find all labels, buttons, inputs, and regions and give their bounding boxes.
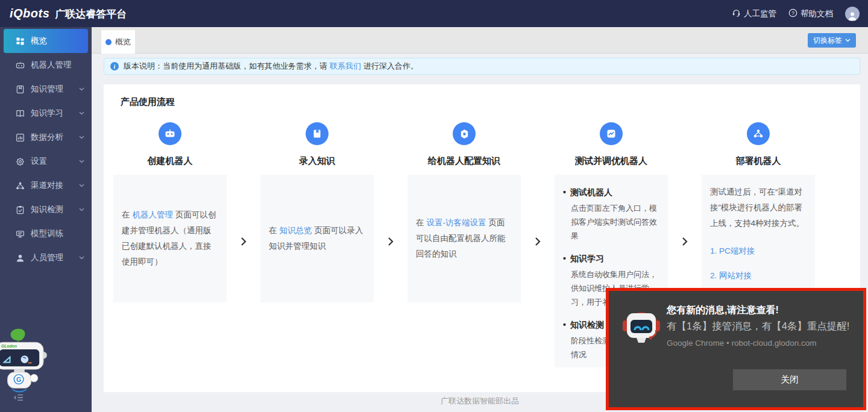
banner-text-before: 版本说明：当前使用为通用基础版，如有其他业务需求，请 [124,61,327,72]
section-title: 产品使用流程 [121,96,175,108]
svg-text:GLodon: GLodon [1,344,17,348]
notification-robot-icon [622,306,661,345]
book-circle-icon [306,122,329,145]
svg-text:?: ? [791,10,794,16]
logo-iqbots: iQbots [10,7,49,20]
sidebar-item-knowledge-check[interactable]: 知识检测 [0,198,92,222]
banner-text-after: 进行深入合作。 [363,61,418,72]
deploy-intro: 测试通过后，可在“渠道对接”模块进行机器人的部署上线，支持4种对接方式。 [710,184,807,231]
sidebar-item-label: 知识检测 [31,204,63,215]
sidebar-item-knowledge-learning[interactable]: 知识学习 [0,101,92,125]
step-desc: 在 [416,218,424,227]
sidebar-item-robot-management[interactable]: 机器人管理 [0,53,92,77]
notification-body: 有【1条】接管消息，有【4条】重点提醒! [667,319,857,333]
chevron-down-icon [79,160,84,163]
chevron-down-icon [79,256,84,260]
step-card: 在知识总览页面可以录入知识并管理知识 [260,175,374,302]
chrome-notification-popup: 您有新的消息,请注意查看! 有【1条】接管消息，有【4条】重点提醒! Googl… [606,288,866,410]
chevron-down-icon [845,39,851,42]
sidebar-item-channel-integration[interactable]: 渠道对接 [0,173,92,198]
network-icon [16,181,25,190]
sidebar-item-data-analysis[interactable]: 数据分析 [0,125,92,149]
flow-arrow-icon [532,237,544,246]
model-training-icon [16,229,25,239]
step-card: 在机器人管理页面可以创建并管理机器人（通用版已创建默认机器人，直接使用即可） [113,175,227,302]
sidebar-item-overview[interactable]: 概览 [4,29,88,53]
tab-label: 概览 [115,37,131,48]
svg-text:G: G [16,376,21,383]
step-title: 部署机器人 [702,155,815,167]
help-docs-label: 帮助文档 [800,8,833,19]
help-docs-link[interactable]: ? 帮助文档 [788,8,833,19]
sidebar-item-label: 模型训练 [31,228,63,239]
notification-close-button[interactable]: 关闭 [733,369,846,390]
step-configure-knowledge: 给机器人配置知识 在设置-访客端设置页面可以自由配置机器人所能回答的知识 [407,122,521,302]
flow-arrow-icon [385,237,397,246]
robot-management-link[interactable]: 机器人管理 [133,210,174,219]
bullet-title: 测试机器人 [563,186,659,199]
gear-circle-icon [453,122,476,145]
sidebar-item-label: 概览 [31,36,47,46]
sidebar-item-model-training[interactable]: 模型训练 [0,222,92,246]
sidebar-item-knowledge-management[interactable]: 知识管理 [0,77,92,101]
book-icon [16,85,25,94]
contact-us-link[interactable]: 联系我们 [330,61,361,72]
flow-arrow-icon [679,237,691,246]
sidebar-item-label: 数据分析 [31,132,63,143]
step-card: 在设置-访客端设置页面可以自由配置机器人所能回答的知识 [407,175,521,302]
open-book-icon [16,109,25,118]
tab-active-dot-icon [105,39,112,45]
manual-supervision-label: 人工监管 [744,8,776,19]
mascot-robot-test-entry[interactable]: GLodon G [0,327,51,397]
chevron-down-icon [79,184,84,187]
step-enter-knowledge: 录入知识 在知识总览页面可以录入知识并管理知识 [260,122,374,302]
switch-tabs-label: 切换标签 [813,36,842,46]
clipboard-check-icon [16,205,25,214]
info-icon: i [110,62,119,70]
step-title: 录入知识 [260,155,374,167]
website-integration-link[interactable]: 2. 网站对接 [710,268,807,284]
chevron-down-icon [79,87,84,91]
robot-circle-icon [159,122,181,145]
logo: iQbots 广联达睿答平台 [10,7,127,21]
deploy-circle-icon [747,122,770,145]
sidebar-item-label: 人员管理 [31,252,63,263]
dashboard-icon [16,37,25,46]
chevron-down-icon [79,208,84,211]
sidebar-item-label: 渠道对接 [31,180,63,191]
sidebar-item-label: 知识学习 [31,108,63,119]
chevron-down-icon [79,111,84,115]
step-title: 测试并调优机器人 [555,155,668,167]
step-desc: 在 [269,226,277,235]
bullet-text: 点击页面左下角入口，模拟客户端实时测试问答效果 [571,201,659,243]
manual-supervision-link[interactable]: 人工监管 [732,8,776,19]
step-title: 给机器人配置知识 [407,155,521,167]
headset-icon [732,8,741,19]
tab-bar: 概览 切换标签 [92,27,868,54]
sidebar-item-personnel-management[interactable]: 人员管理 [0,246,92,270]
bullet-title: 知识学习 [563,252,659,265]
switch-tabs-button[interactable]: 切换标签 [808,33,856,48]
step-create-robot: 创建机器人 在机器人管理页面可以创建并管理机器人（通用版已创建默认机器人，直接使… [113,122,227,302]
sidebar-item-label: 设置 [31,156,47,167]
step-title: 创建机器人 [113,155,227,167]
gear-icon [16,157,25,166]
knowledge-overview-link[interactable]: 知识总览 [280,226,312,235]
topbar-actions: 人工监管 ? 帮助文档 [732,7,860,21]
collapse-sidebar-button[interactable] [13,393,24,404]
robot-icon [16,61,25,70]
tab-overview[interactable]: 概览 [101,30,135,54]
visitor-settings-link[interactable]: 设置-访客端设置 [427,218,486,227]
version-banner: i 版本说明：当前使用为通用基础版，如有其他业务需求，请 联系我们 进行深入合作… [104,58,860,75]
bar-chart-icon [16,133,25,142]
sidebar-item-label: 机器人管理 [31,60,72,70]
sidebar-item-label: 知识管理 [31,84,63,95]
notification-source: Google Chrome • robot-cloud.glodon.com [667,339,857,348]
sidebar-item-settings[interactable]: 设置 [0,149,92,173]
step-desc: 在 [122,210,130,219]
user-avatar[interactable] [845,7,860,21]
help-icon: ? [788,8,797,19]
flow-arrow-icon [237,237,250,246]
chevron-down-icon [79,136,84,139]
pc-integration-link[interactable]: 1. PC端对接 [710,243,807,259]
